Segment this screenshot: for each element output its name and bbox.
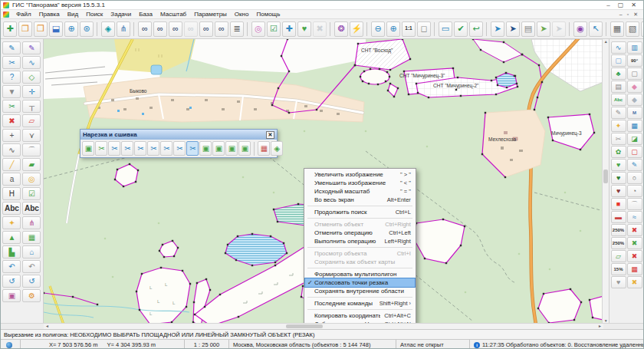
cut-fragment-button[interactable]: ✂ bbox=[2, 100, 21, 113]
settings-button[interactable]: ⚙ bbox=[22, 289, 41, 302]
scroll-down-icon[interactable]: ▼ bbox=[603, 318, 609, 323]
vertical-scroll-thumb[interactable] bbox=[603, 170, 608, 183]
palette-button[interactable]: ❂ bbox=[334, 21, 348, 37]
small-lake[interactable] bbox=[151, 65, 162, 74]
measure-segment-button[interactable]: ╱ bbox=[2, 158, 21, 171]
cut-crossing-button[interactable]: ✂ bbox=[121, 141, 133, 156]
highlight-save-button[interactable]: ♥ bbox=[297, 21, 311, 37]
area-group-3-button[interactable]: ♥ bbox=[611, 185, 626, 197]
edit-spline-button[interactable]: ∿ bbox=[22, 56, 41, 69]
print-preview-button[interactable]: ▧ bbox=[626, 21, 639, 37]
layered-area-button[interactable]: ◪ bbox=[627, 133, 642, 145]
cut-stitch-panel[interactable]: Нарезка и сшивка ✕ ▣✂✂✂✂✂✂✂✂▣▣▣▣▦◈ bbox=[80, 129, 278, 158]
copy-area-button[interactable]: ▰ bbox=[22, 158, 41, 171]
red-frame-button[interactable]: ▢ bbox=[627, 146, 642, 158]
undo-all-button[interactable]: ↺ bbox=[2, 275, 21, 288]
search-light-2-button[interactable]: ✦ bbox=[611, 120, 626, 132]
undo-operation-button[interactable]: ↶ bbox=[22, 260, 41, 273]
copy-to-map-button[interactable]: ▦ bbox=[22, 231, 41, 244]
menu-edit[interactable]: Правка bbox=[35, 11, 64, 18]
menu-scale[interactable]: Масштаб bbox=[156, 11, 190, 18]
cut-block-button[interactable]: ✂ bbox=[95, 141, 107, 156]
pointer-button[interactable]: ↖ bbox=[589, 21, 603, 37]
status-scale[interactable]: 1 : 25 000 bbox=[185, 340, 229, 349]
menu-item-zoom-out-image[interactable]: Уменьшить изображение" < " bbox=[305, 179, 415, 187]
new-document-button[interactable]: ✚ bbox=[3, 21, 17, 37]
draw-polygon-button[interactable]: ◇ bbox=[22, 71, 41, 84]
select-map-disabled-button[interactable]: ➤ bbox=[552, 21, 566, 37]
maximize-button[interactable]: ▢ bbox=[618, 2, 624, 9]
route-search-button[interactable]: ◉ bbox=[573, 21, 587, 37]
menu-item-match-cutter-points[interactable]: ✓Согласовать точки резака bbox=[305, 278, 415, 287]
status-globe-segment[interactable] bbox=[1, 340, 21, 349]
journal-button[interactable]: ▤ bbox=[521, 21, 535, 37]
map-layers-button[interactable]: ◈ bbox=[101, 21, 115, 37]
angle-90-button[interactable]: 90° bbox=[627, 54, 642, 67]
area-group-1-button[interactable]: ♥ bbox=[611, 159, 626, 171]
find-by-name-button[interactable]: ∞ bbox=[153, 21, 167, 37]
cut-stitch-panel-titlebar[interactable]: Нарезка и сшивка ✕ bbox=[80, 130, 277, 140]
zoom-out-button[interactable]: ⊖ bbox=[371, 21, 385, 37]
highlight-clear-button[interactable]: ✖ bbox=[313, 21, 327, 37]
cut-by-line-button[interactable]: ✂ bbox=[108, 141, 120, 156]
delete-object-button[interactable]: ✖ bbox=[2, 114, 21, 127]
confirm-changes-button[interactable]: ☑ bbox=[22, 187, 41, 200]
draw-object-button[interactable]: ✎ bbox=[2, 41, 21, 54]
delete-x-2-button[interactable]: ✖ bbox=[627, 237, 642, 249]
print-button[interactable]: ▦ bbox=[610, 21, 624, 37]
mdi-restore-button[interactable]: ▫ bbox=[627, 12, 629, 18]
menu-database[interactable]: База bbox=[135, 11, 156, 18]
menu-item-form-multipolygon[interactable]: Формировать мультиполигон bbox=[305, 270, 415, 278]
barcode-lines-button[interactable]: ▥ bbox=[627, 41, 642, 54]
menu-item-recent-commands[interactable]: Последние командыShift+Right› bbox=[305, 299, 415, 308]
points-polyline-button[interactable]: ∿ bbox=[611, 41, 626, 54]
merge-plus-button[interactable]: ▣ bbox=[199, 141, 212, 156]
zoom-250-check-button[interactable]: 250% bbox=[611, 224, 626, 236]
palette-bar-button[interactable]: ▬ bbox=[611, 211, 626, 223]
minimize-button[interactable]: – bbox=[606, 2, 610, 9]
select-table-button[interactable]: ➤ bbox=[491, 21, 504, 37]
zoom-250-button[interactable]: 250% bbox=[611, 237, 626, 249]
cut-pencil-button[interactable]: ✂ bbox=[2, 56, 21, 69]
searchlight-button[interactable]: ✦ bbox=[2, 216, 21, 229]
menu-file[interactable]: Файл bbox=[12, 11, 35, 18]
close-button[interactable]: ✕ bbox=[631, 2, 636, 9]
fast-launch-button[interactable]: ⚡ bbox=[350, 21, 363, 37]
highlight-add-button[interactable]: ✚ bbox=[282, 21, 296, 37]
mdi-close-button[interactable]: ✕ bbox=[633, 12, 638, 18]
map-canvas[interactable]: LLLLL Быково СНТ "Восход" СНТ bbox=[44, 39, 602, 323]
area-fade-button[interactable]: ♥ bbox=[611, 276, 626, 288]
polyline-m-button[interactable]: M bbox=[627, 107, 642, 119]
merge-shift-button[interactable]: ▣ bbox=[238, 141, 251, 156]
zoom-in-button[interactable]: ⊕ bbox=[386, 21, 400, 37]
tree-object-button[interactable]: ♣ bbox=[611, 67, 626, 80]
graphic-objects-button[interactable]: ▲ bbox=[2, 231, 21, 244]
menu-tasks[interactable]: Задачи bbox=[107, 11, 135, 18]
delete-x-3-button[interactable]: ✖ bbox=[627, 250, 642, 262]
view-back-button[interactable]: ↩ bbox=[469, 21, 483, 37]
menu-parameters[interactable]: Параметры bbox=[190, 11, 231, 18]
height-text-button[interactable]: H bbox=[2, 187, 21, 200]
highlight-check-button[interactable]: ☑ bbox=[267, 21, 281, 37]
panel-close-icon[interactable]: ✕ bbox=[266, 131, 274, 139]
cut-polygon-frame-button[interactable]: ✂ bbox=[186, 141, 199, 156]
menu-item-add-point-navigator[interactable]: Добавить точку в НавигаторCtrl+Alt+N bbox=[305, 320, 415, 323]
find-button[interactable]: ∞ bbox=[138, 21, 152, 37]
select-table-alt-button[interactable]: ➤ bbox=[506, 21, 520, 37]
select-map-object-button[interactable]: ➤ bbox=[537, 21, 550, 37]
highlight-area-button[interactable]: ◎ bbox=[251, 21, 265, 37]
frame-select-button[interactable]: ▢ bbox=[611, 54, 626, 67]
open-map-button[interactable]: ❐ bbox=[18, 21, 32, 37]
branch-edit-button[interactable]: ⋎ bbox=[22, 129, 41, 142]
horizontal-scrollbar[interactable]: ◄ ► bbox=[44, 324, 603, 329]
cut-hatched-button[interactable]: ✂ bbox=[160, 141, 172, 156]
open-internet-map-button[interactable]: ⊕ bbox=[64, 21, 78, 37]
river-object-button[interactable]: ≈ bbox=[627, 211, 642, 223]
mdi-minimize-button[interactable]: – bbox=[619, 12, 623, 18]
find-circle-button[interactable]: ◎ bbox=[22, 173, 41, 186]
vegetation-button[interactable]: ✿ bbox=[611, 146, 626, 158]
find-by-area-button[interactable]: ∞ bbox=[199, 21, 213, 37]
open-data-button[interactable]: ❒ bbox=[34, 21, 48, 37]
install-objects-button[interactable]: ▼ bbox=[2, 85, 21, 98]
pan-mode-button[interactable]: ▭ bbox=[439, 21, 452, 37]
